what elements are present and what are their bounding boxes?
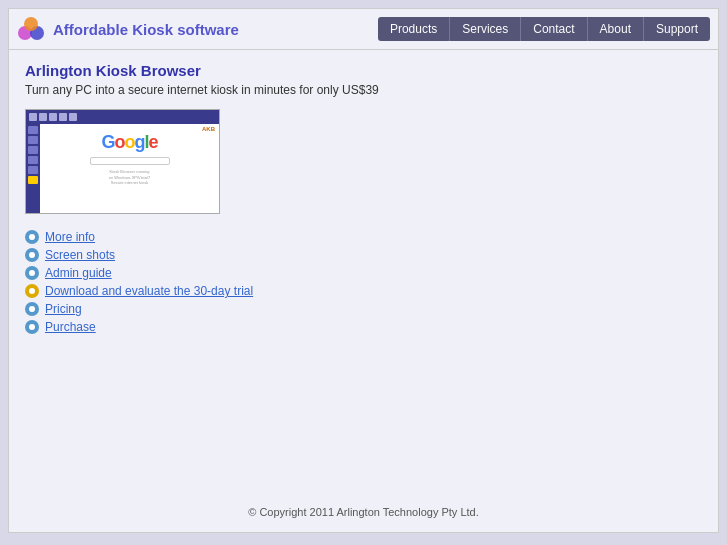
footer-text: © Copyright 2011 Arlington Technology Pt… <box>248 506 479 518</box>
link-item: Download and evaluate the 30-day trial <box>25 284 702 298</box>
link-bullet-inner <box>29 306 35 312</box>
link-text-5[interactable]: Purchase <box>45 320 96 334</box>
link-bullet-icon <box>25 284 39 298</box>
page-subtitle: Turn any PC into a secure internet kiosk… <box>25 83 702 97</box>
link-item: More info <box>25 230 702 244</box>
thumb-search-box <box>90 157 170 165</box>
link-item: Screen shots <box>25 248 702 262</box>
thumb-sidebar-icon <box>28 126 38 134</box>
logo-text: Affordable Kiosk software <box>53 21 239 38</box>
link-item: Pricing <box>25 302 702 316</box>
main-nav: Products Services Contact About Support <box>378 17 710 41</box>
link-text-1[interactable]: Screen shots <box>45 248 115 262</box>
link-bullet-inner <box>29 288 35 294</box>
link-bullet-icon <box>25 302 39 316</box>
link-text-2[interactable]: Admin guide <box>45 266 112 280</box>
thumb-sidebar <box>26 124 40 213</box>
thumb-corner-logo: AKB <box>202 126 215 132</box>
link-item: Purchase <box>25 320 702 334</box>
header: Affordable Kiosk software Products Servi… <box>9 9 718 50</box>
link-bullet-inner <box>29 270 35 276</box>
logo-area: Affordable Kiosk software <box>17 15 378 43</box>
nav-item-contact[interactable]: Contact <box>521 17 587 41</box>
thumb-main-content: AKB Google Kiosk Browser runningon Windo… <box>40 124 219 213</box>
thumb-sidebar-icon <box>28 176 38 184</box>
thumb-dot <box>69 113 77 121</box>
thumb-dot <box>29 113 37 121</box>
thumb-sidebar-icon <box>28 146 38 154</box>
logo-icon <box>17 15 45 43</box>
thumb-sidebar-icon <box>28 136 38 144</box>
thumb-dot <box>49 113 57 121</box>
link-bullet-icon <box>25 230 39 244</box>
thumb-description-text: Kiosk Browser runningon Windows XP/Vista… <box>109 169 151 186</box>
link-bullet-icon <box>25 248 39 262</box>
content-area: Arlington Kiosk Browser Turn any PC into… <box>9 50 718 346</box>
link-bullet-inner <box>29 324 35 330</box>
link-bullet-inner <box>29 252 35 258</box>
nav-item-products[interactable]: Products <box>378 17 450 41</box>
thumb-sidebar-icon <box>28 156 38 164</box>
product-screenshot: AKB Google Kiosk Browser runningon Windo… <box>25 109 220 214</box>
thumb-sidebar-icon <box>28 166 38 174</box>
thumb-google-logo: Google <box>101 132 157 153</box>
links-list: More infoScreen shotsAdmin guideDownload… <box>25 230 702 334</box>
thumb-topbar <box>26 110 219 124</box>
svg-point-2 <box>24 17 38 31</box>
page-title: Arlington Kiosk Browser <box>25 62 702 79</box>
link-bullet-inner <box>29 234 35 240</box>
link-bullet-icon <box>25 320 39 334</box>
link-item: Admin guide <box>25 266 702 280</box>
link-text-4[interactable]: Pricing <box>45 302 82 316</box>
footer: © Copyright 2011 Arlington Technology Pt… <box>9 506 718 518</box>
nav-item-about[interactable]: About <box>588 17 644 41</box>
nav-item-services[interactable]: Services <box>450 17 521 41</box>
link-bullet-icon <box>25 266 39 280</box>
thumb-dot <box>39 113 47 121</box>
link-text-0[interactable]: More info <box>45 230 95 244</box>
link-text-3[interactable]: Download and evaluate the 30-day trial <box>45 284 253 298</box>
thumb-dot <box>59 113 67 121</box>
nav-item-support[interactable]: Support <box>644 17 710 41</box>
